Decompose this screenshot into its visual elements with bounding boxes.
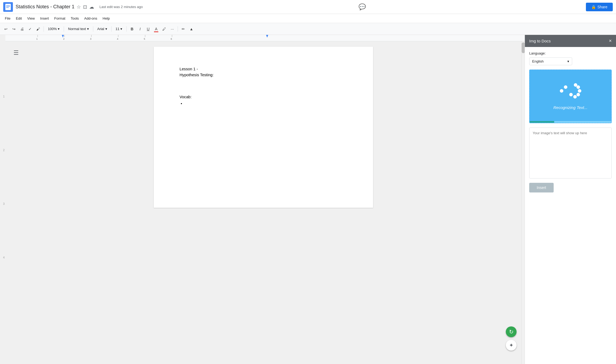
more-button[interactable]: ··· [169,25,176,33]
text-output[interactable] [529,128,612,179]
lock-icon: 🔒 [591,5,596,9]
dot-8 [564,85,567,89]
separator-4 [111,26,112,32]
language-chevron: ▾ [567,59,569,63]
scroll-thumb[interactable] [522,42,525,53]
docs-icon [3,2,13,12]
line-num-1: 1 [3,95,5,98]
highlight-button[interactable]: 🖊 [160,25,168,33]
ruler-inner: 1 2 3 4 5 6 [5,35,525,41]
svg-text:3: 3 [90,38,91,40]
menu-view[interactable]: View [24,15,37,21]
chevron-up-button[interactable]: ▲ [188,25,195,33]
dot-2 [576,85,580,89]
undo-button[interactable]: ↩ [2,25,10,33]
dot-6 [569,93,573,96]
doc-area-wrapper: 1 2 3 4 5 6 1 [0,35,525,364]
font-chevron: ▾ [105,27,107,31]
print-button[interactable]: 🖨 [18,25,26,33]
italic-button[interactable]: I [136,25,144,33]
page-content: Lesson 1 - Hypothesis Testing: Vocab: [180,66,347,106]
svg-text:6: 6 [171,38,172,40]
top-bar-icons: ☆ ⊡ ☁ [77,4,94,10]
svg-text:5: 5 [144,38,145,40]
menu-insert[interactable]: Insert [37,15,52,21]
svg-text:4: 4 [117,38,118,40]
style-chevron: ▾ [87,27,89,31]
zoom-dropdown[interactable]: 100% ▾ [45,25,62,33]
font-size-dropdown[interactable]: 11 ▾ [113,25,125,33]
spellcheck-button[interactable]: ✓ [26,25,34,33]
menu-file[interactable]: File [2,15,13,21]
panel-header: Img to Docs × [525,35,616,47]
separator-5 [126,26,127,32]
redo-button[interactable]: ↪ [10,25,18,33]
menu-format[interactable]: Format [52,15,68,21]
recognizing-text: Recognizing Text... [553,105,588,110]
vocab-section: Vocab: [180,94,347,106]
text-style-dropdown[interactable]: Normal text ▾ [66,25,91,33]
progress-bar [530,121,554,123]
separator-1 [44,26,44,32]
dot-7 [560,89,563,93]
separator-6 [178,26,178,32]
comments-icon[interactable]: 💬 [359,3,366,10]
star-icon[interactable]: ☆ [77,4,81,10]
vocab-label: Vocab: [180,94,347,100]
loading-spinner [560,83,581,102]
progress-bar-container [530,121,611,123]
right-panel: Img to Docs × Language: English ▾ [525,35,616,364]
bold-button[interactable]: B [128,25,136,33]
doc-scroll-area: 1 2 3 4 ☰ Lesson 1 - Hypothesis Testing:… [0,41,525,364]
vocab-list [185,100,347,106]
document-area: ☰ Lesson 1 - Hypothesis Testing: Vocab: [5,41,521,364]
dot-4 [576,93,580,96]
language-label: Language: [529,51,612,55]
svg-rect-4 [6,7,9,8]
text-color-button[interactable]: A [152,25,160,33]
close-button[interactable]: × [609,38,612,44]
scrollbar[interactable] [521,41,525,364]
main-layout: 1 2 3 4 5 6 1 [0,35,616,364]
font-dropdown[interactable]: Arial ▾ [95,25,110,33]
edit-mode-button[interactable]: ✏ [180,25,187,33]
menu-edit[interactable]: Edit [13,15,24,21]
language-value: English [532,59,544,63]
vocab-item-1 [185,100,347,106]
fab-refresh[interactable]: ↻ [506,326,517,337]
svg-rect-2 [6,5,10,6]
cloud-icon[interactable]: ☁ [89,4,94,10]
document-page: Lesson 1 - Hypothesis Testing: Vocab: [154,47,373,208]
language-select[interactable]: English ▾ [529,57,572,65]
folder-icon[interactable]: ⊡ [83,4,87,10]
left-numbers: 1 2 3 4 [0,41,5,364]
menu-addons[interactable]: Add-ons [81,15,100,21]
panel-title: Img to Docs [529,39,551,43]
menu-help[interactable]: Help [100,15,113,21]
image-preview[interactable]: Recognizing Text... [529,70,612,123]
document-title: Statistics Notes - Chapter 1 [16,4,74,10]
toc-icon[interactable]: ☰ [13,49,19,56]
last-edit: Last edit was 2 minutes ago [99,5,143,9]
insert-button[interactable]: Insert [529,183,554,192]
lesson-title-line2: Hypothesis Testing: [180,72,347,78]
share-button[interactable]: 🔒 Share [586,3,613,11]
fab-add[interactable]: ✦ [506,340,517,351]
svg-rect-3 [6,6,10,7]
menu-bar: File Edit View Insert Format Tools Add-o… [0,14,616,23]
toolbar: ↩ ↪ 🖨 ✓ 🖌 100% ▾ Normal text ▾ Arial ▾ 1… [0,23,616,35]
line-num-4: 4 [3,256,5,259]
ruler: 1 2 3 4 5 6 [5,35,525,41]
underline-button[interactable]: U [144,25,152,33]
dot-5 [573,95,577,99]
line-num-2: 2 [3,149,5,152]
svg-marker-18 [266,35,268,38]
ruler-svg: 1 2 3 4 5 6 [5,35,525,41]
svg-marker-17 [62,35,64,38]
menu-tools[interactable]: Tools [68,15,81,21]
lesson-title-line1: Lesson 1 - [180,66,347,72]
dot-3 [578,89,581,93]
svg-text:1: 1 [36,38,38,40]
paint-format-button[interactable]: 🖌 [34,25,42,33]
panel-body: Language: English ▾ Recognizing [525,47,616,364]
